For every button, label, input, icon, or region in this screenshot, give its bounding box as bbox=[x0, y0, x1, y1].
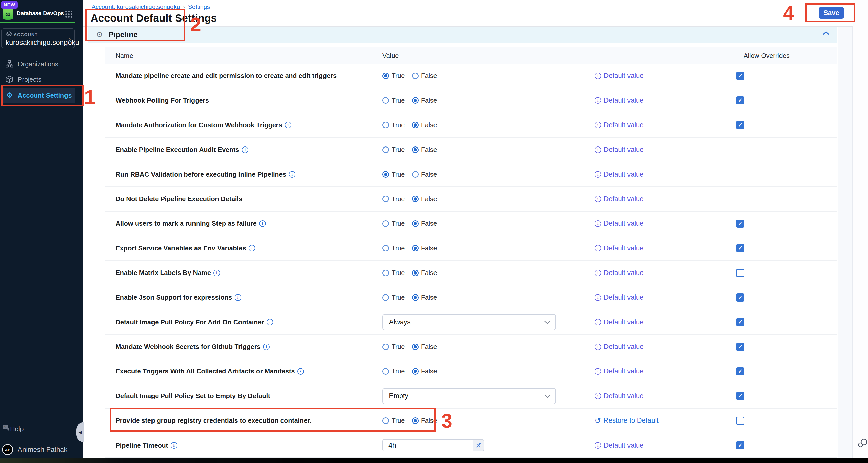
setting-link-cell: iDefault value bbox=[595, 162, 644, 186]
radio-true[interactable] bbox=[382, 294, 389, 301]
radio-true[interactable] bbox=[382, 344, 389, 350]
allow-overrides-checkbox[interactable]: ✓ bbox=[736, 72, 744, 80]
dropdown-value: Always bbox=[389, 318, 411, 326]
setting-label: Do Not Delete Pipeline Execution Details bbox=[116, 195, 242, 203]
pin-button[interactable] bbox=[473, 439, 484, 451]
radio-true-label: True bbox=[392, 97, 405, 104]
default-value-link[interactable]: iDefault value bbox=[595, 392, 644, 400]
default-value-link[interactable]: iDefault value bbox=[595, 294, 644, 301]
sidebar-item-organizations[interactable]: Organizations bbox=[2, 56, 75, 72]
new-badge: NEW bbox=[1, 1, 18, 9]
annotation-number-2: 2 bbox=[190, 13, 201, 36]
setting-name-cell: Webhook Polling For Triggers bbox=[116, 88, 209, 112]
default-value-link[interactable]: iDefault value bbox=[595, 441, 644, 449]
setting-link-cell: iDefault value bbox=[595, 88, 644, 112]
radio-true[interactable] bbox=[382, 368, 389, 375]
user-menu[interactable]: AP Animesh Pathak bbox=[2, 443, 78, 456]
allow-overrides-checkbox[interactable]: ✓ bbox=[736, 294, 744, 302]
radio-false[interactable] bbox=[412, 294, 418, 301]
module-grid-icon[interactable] bbox=[65, 11, 73, 18]
radio-true[interactable] bbox=[382, 97, 389, 104]
setting-label: Webhook Polling For Triggers bbox=[116, 97, 209, 104]
radio-false[interactable] bbox=[412, 147, 418, 153]
default-value-link[interactable]: iDefault value bbox=[595, 195, 644, 203]
radio-false[interactable] bbox=[412, 220, 418, 227]
setting-value-cell: TrueFalse bbox=[382, 137, 444, 162]
radio-false[interactable] bbox=[412, 368, 418, 375]
info-icon: i bbox=[595, 245, 601, 251]
default-value-link[interactable]: iDefault value bbox=[595, 146, 644, 154]
radio-false[interactable] bbox=[412, 270, 418, 276]
column-header-name: Name bbox=[116, 52, 133, 60]
allow-overrides-checkbox[interactable]: ✓ bbox=[736, 96, 744, 104]
radio-false[interactable] bbox=[412, 344, 418, 350]
chevron-down-icon bbox=[544, 395, 550, 398]
default-value-link[interactable]: iDefault value bbox=[595, 220, 644, 227]
timeout-input[interactable]: 4h bbox=[382, 439, 473, 451]
info-icon[interactable]: i bbox=[213, 270, 220, 276]
allow-overrides-checkbox[interactable]: ✓ bbox=[736, 244, 744, 252]
radio-true[interactable] bbox=[382, 122, 389, 128]
info-icon[interactable]: i bbox=[298, 368, 304, 375]
allow-overrides-checkbox[interactable]: ✓ bbox=[736, 220, 744, 228]
default-value-link[interactable]: iDefault value bbox=[595, 343, 644, 351]
radio-true[interactable] bbox=[382, 72, 389, 79]
value-dropdown[interactable]: Always bbox=[382, 314, 556, 330]
allow-overrides-checkbox[interactable]: ✓ bbox=[736, 441, 744, 449]
default-value-link[interactable]: iDefault value bbox=[595, 97, 644, 104]
value-dropdown[interactable]: Empty bbox=[382, 388, 556, 404]
info-icon[interactable]: i bbox=[242, 147, 248, 153]
allow-overrides-checkbox[interactable]: ✓ bbox=[736, 367, 744, 375]
account-selector[interactable]: ACCOUNT kurosakiichigo.songoku › bbox=[1, 28, 75, 48]
allow-overrides-cell: ✓ bbox=[736, 433, 744, 457]
annotation-number-4: 4 bbox=[783, 2, 794, 25]
radio-false[interactable] bbox=[412, 122, 418, 128]
radio-false[interactable] bbox=[412, 171, 418, 178]
setting-link-cell: iDefault value bbox=[595, 310, 644, 334]
info-icon[interactable]: i bbox=[171, 442, 177, 449]
radio-true[interactable] bbox=[382, 270, 389, 276]
default-value-link[interactable]: iDefault value bbox=[595, 72, 644, 80]
radio-false[interactable] bbox=[412, 245, 418, 251]
allow-overrides-checkbox[interactable]: ✓ bbox=[736, 318, 744, 326]
chevron-up-icon[interactable] bbox=[823, 31, 830, 36]
restore-to-default-link[interactable]: ↺Restore to Default bbox=[595, 417, 659, 425]
info-icon[interactable]: i bbox=[285, 122, 291, 128]
info-icon[interactable]: i bbox=[289, 171, 296, 178]
column-header-allow-overrides: Allow Overrides bbox=[744, 52, 789, 60]
info-icon[interactable]: i bbox=[235, 294, 241, 301]
breadcrumb-settings-link[interactable]: Settings bbox=[188, 3, 210, 10]
allow-overrides-checkbox[interactable]: ✓ bbox=[736, 392, 744, 400]
setting-value-cell: TrueFalse bbox=[382, 187, 444, 211]
allow-overrides-checkbox[interactable]: ✓ bbox=[736, 343, 744, 351]
setting-name-cell: Run RBAC Validation before executing Inl… bbox=[116, 162, 296, 186]
allow-overrides-checkbox[interactable] bbox=[736, 417, 744, 425]
radio-true[interactable] bbox=[382, 220, 389, 227]
info-icon[interactable]: i bbox=[263, 344, 270, 350]
default-value-link[interactable]: iDefault value bbox=[595, 171, 644, 178]
radio-true[interactable] bbox=[382, 245, 389, 251]
default-value-link[interactable]: iDefault value bbox=[595, 318, 644, 326]
radio-true-label: True bbox=[392, 294, 405, 301]
info-icon[interactable]: i bbox=[259, 220, 266, 227]
default-value-link[interactable]: iDefault value bbox=[595, 269, 644, 277]
default-value-link[interactable]: iDefault value bbox=[595, 121, 644, 129]
info-icon[interactable]: i bbox=[249, 245, 255, 251]
allow-overrides-checkbox[interactable]: ✓ bbox=[736, 121, 744, 129]
radio-false[interactable] bbox=[412, 97, 418, 104]
allow-overrides-checkbox[interactable] bbox=[736, 269, 744, 277]
chevron-right-icon: › bbox=[68, 35, 71, 43]
help-button[interactable]: ? Help bbox=[2, 423, 78, 435]
radio-false[interactable] bbox=[412, 72, 418, 79]
default-value-link[interactable]: iDefault value bbox=[595, 244, 644, 252]
info-icon[interactable]: i bbox=[267, 319, 273, 326]
radio-false[interactable] bbox=[412, 195, 418, 202]
radio-true[interactable] bbox=[382, 171, 389, 178]
support-chat-icon[interactable] bbox=[857, 438, 868, 449]
radio-true[interactable] bbox=[382, 195, 389, 202]
radio-true-label: True bbox=[392, 171, 405, 178]
table-row: Enable Json Support for expressionsiTrue… bbox=[105, 285, 837, 310]
scrollbar-gutter[interactable] bbox=[838, 27, 853, 458]
radio-true[interactable] bbox=[382, 147, 389, 153]
default-value-link[interactable]: iDefault value bbox=[595, 367, 644, 375]
